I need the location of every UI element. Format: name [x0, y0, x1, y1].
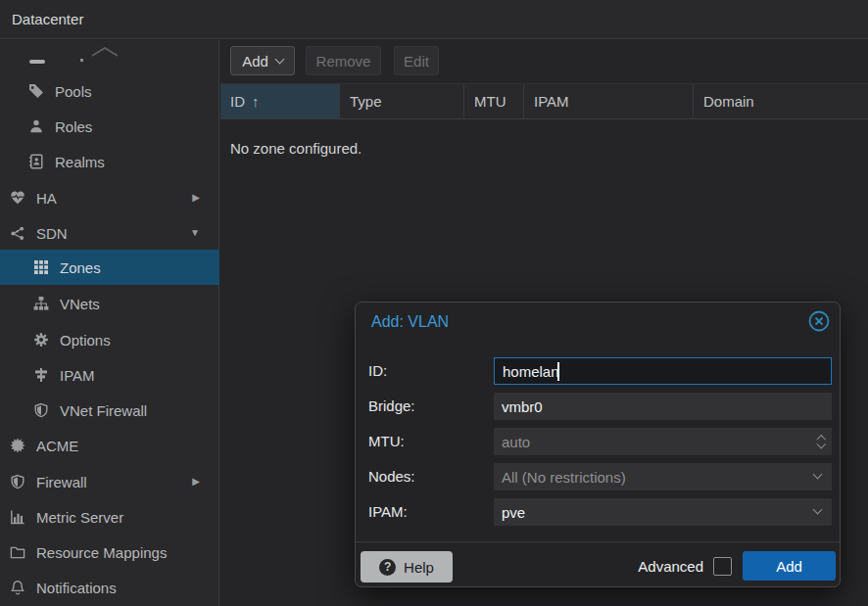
- folder-icon: [10, 544, 25, 560]
- advanced-label: Advanced: [638, 551, 703, 583]
- nodes-select[interactable]: All (No restrictions): [494, 463, 832, 490]
- network-icon: [10, 225, 25, 241]
- column-header-type[interactable]: Type: [340, 84, 464, 118]
- add-vlan-dialog: Add: VLAN ID: Bridge: vmbr0 MTU: auto: [355, 302, 841, 587]
- column-label: Type: [350, 93, 382, 110]
- mtu-value: auto: [502, 434, 530, 450]
- advanced-checkbox[interactable]: [713, 557, 732, 576]
- chevron-down-icon: [274, 55, 284, 65]
- sidebar-item-sdn[interactable]: SDN ▼: [0, 215, 219, 251]
- sidebar-item-label: VNet Firewall: [60, 402, 147, 419]
- id-input[interactable]: [494, 357, 832, 385]
- field-row-mtu: MTU: auto: [356, 428, 840, 455]
- sidebar-item-label: Notifications: [36, 580, 117, 596]
- sidebar-item-vnet-firewall[interactable]: VNet Firewall: [0, 393, 219, 428]
- edit-button[interactable]: Edit: [394, 46, 439, 75]
- nodes-value: All (No restrictions): [502, 469, 626, 486]
- sidebar-item-label: ACME: [36, 438, 78, 454]
- field-row-nodes: Nodes: All (No restrictions): [356, 463, 840, 490]
- gear-icon: [33, 332, 49, 348]
- sidebar-item-ipam[interactable]: IPAM: [0, 357, 219, 393]
- close-icon[interactable]: [807, 309, 831, 333]
- sidebar-item-ha[interactable]: HA ▶: [0, 180, 219, 215]
- top-bar: Datacenter: [0, 0, 868, 39]
- dialog-add-button[interactable]: Add: [743, 551, 836, 581]
- grid-icon: [33, 259, 49, 275]
- sidebar-item-notifications[interactable]: Notifications: [0, 570, 219, 605]
- zones-toolbar: Add Remove Edit: [220, 40, 868, 83]
- sidebar-item-resource-mappings[interactable]: Resource Mappings: [0, 535, 219, 570]
- bell-icon: [10, 580, 25, 595]
- sidebar-item-pools[interactable]: Pools: [0, 73, 219, 109]
- sidebar-item-label: Pools: [55, 83, 92, 100]
- column-label: IPAM: [534, 93, 569, 110]
- bar-chart-icon: [10, 509, 25, 525]
- sidebar-item-realms[interactable]: Realms: [0, 144, 219, 179]
- sidebar-item-roles[interactable]: Roles: [0, 109, 219, 144]
- ipam-value: pve: [502, 504, 525, 521]
- question-mark-icon: ?: [379, 559, 396, 576]
- sidebar-item-firewall[interactable]: Firewall ▶: [0, 464, 219, 499]
- column-header-id[interactable]: ID ↑: [220, 84, 340, 118]
- sidebar-item-label: Zones: [60, 259, 101, 276]
- text-cursor: [557, 362, 559, 381]
- sidebar-item-label: Realms: [55, 154, 105, 170]
- sidebar-item-label: IPAM: [60, 367, 95, 384]
- field-row-id: ID:: [356, 357, 840, 385]
- user-icon: [28, 118, 44, 134]
- zones-table-header: ID ↑ Type MTU IPAM Domain: [220, 83, 868, 119]
- add-button-label: Add: [242, 53, 268, 70]
- sidebar-item-label: Resource Mappings: [36, 544, 167, 561]
- sidebar-item-label: SDN: [36, 225, 68, 242]
- help-button[interactable]: ? Help: [361, 551, 453, 583]
- chevron-down-icon: [813, 470, 823, 480]
- help-button-label: Help: [404, 559, 434, 576]
- shield-icon: [33, 402, 49, 418]
- column-label: Domain: [703, 93, 754, 110]
- bridge-input[interactable]: vmbr0: [494, 393, 832, 420]
- sitemap-icon: [33, 296, 49, 311]
- shield-icon: [10, 474, 25, 489]
- sidebar-nav-tree: Pools Roles Realms HA ▶ SDN ▼ Zones VNet…: [0, 40, 219, 606]
- edit-button-label: Edit: [404, 53, 429, 70]
- id-field-label: ID:: [368, 357, 387, 385]
- dialog-add-button-label: Add: [776, 558, 802, 575]
- sort-ascending-icon: ↑: [252, 93, 260, 110]
- sidebar-item-zones[interactable]: Zones: [0, 250, 219, 285]
- proxmox-datacenter-screen: Datacenter Pools Roles Realms HA ▶: [0, 0, 868, 606]
- chevron-right-icon[interactable]: ▶: [192, 180, 200, 215]
- sidebar-item-metric-server[interactable]: Metric Server: [0, 499, 219, 535]
- sidebar-item-acme[interactable]: ACME: [0, 428, 219, 463]
- column-label: ID: [230, 93, 245, 110]
- chevron-right-icon[interactable]: ▶: [192, 464, 200, 499]
- column-label: MTU: [474, 93, 506, 110]
- mtu-field-label: MTU:: [368, 428, 405, 455]
- column-header-mtu[interactable]: MTU: [464, 84, 524, 118]
- scroll-up-chevron-icon[interactable]: [90, 44, 120, 62]
- heartbeat-icon: [10, 190, 25, 206]
- sidebar-item-label: Metric Server: [36, 509, 123, 526]
- sidebar-item-label: Roles: [55, 118, 92, 135]
- signpost-icon: [33, 367, 49, 383]
- page-title: Datacenter: [12, 0, 83, 39]
- sidebar-item-vnets[interactable]: VNets: [0, 286, 219, 321]
- number-spinner[interactable]: [818, 428, 825, 455]
- dialog-title: Add: VLAN: [371, 313, 449, 331]
- column-header-ipam[interactable]: IPAM: [524, 84, 694, 118]
- sidebar-item-label: HA: [36, 190, 57, 207]
- add-button[interactable]: Add: [230, 46, 295, 75]
- sidebar-item-options[interactable]: Options: [0, 322, 219, 357]
- burst-icon: [10, 438, 25, 453]
- ipam-select[interactable]: pve: [494, 498, 832, 526]
- bridge-field-label: Bridge:: [368, 393, 415, 420]
- column-header-domain[interactable]: Domain: [694, 84, 868, 118]
- field-row-bridge: Bridge: vmbr0: [356, 393, 840, 420]
- remove-button[interactable]: Remove: [306, 46, 381, 75]
- address-book-icon: [28, 154, 44, 169]
- sidebar-item-label: Firewall: [36, 474, 87, 490]
- id-input-field[interactable]: [503, 363, 823, 380]
- empty-table-message: No zone configured.: [230, 140, 362, 157]
- mtu-spinner-input[interactable]: auto: [494, 428, 832, 455]
- chevron-down-icon[interactable]: ▼: [190, 215, 200, 251]
- bridge-value: vmbr0: [502, 398, 543, 415]
